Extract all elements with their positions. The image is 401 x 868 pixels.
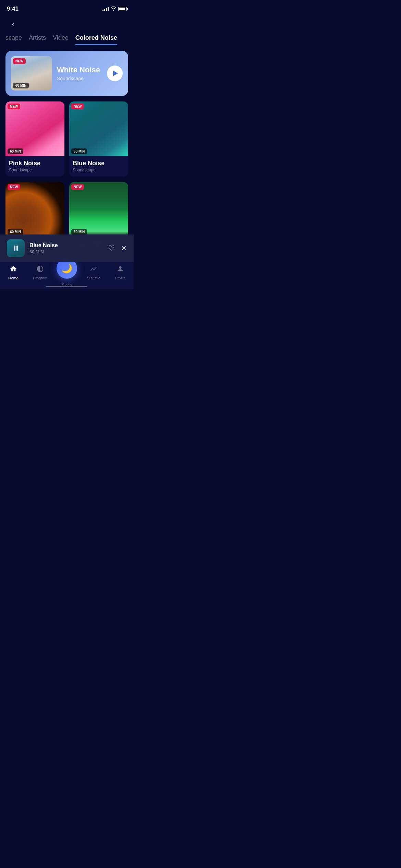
now-playing-actions: ♡ ✕: [108, 244, 127, 253]
nav-program[interactable]: Program: [27, 265, 53, 280]
tab-colored-noise[interactable]: Colored Noise: [75, 34, 117, 45]
header: ‹: [0, 16, 134, 30]
play-arrow-icon: [113, 71, 118, 76]
profile-icon: [117, 265, 124, 275]
back-button[interactable]: ‹: [7, 18, 19, 30]
wifi-icon: [111, 7, 116, 12]
featured-subtitle: Soundscape: [57, 76, 102, 81]
tabs-container: scape Artists Video Colored Noise: [0, 30, 134, 45]
pink-noise-title: Pink Noise: [9, 160, 61, 167]
brown-duration-badge: 60 MIN: [8, 229, 23, 235]
profile-label: Profile: [115, 276, 125, 280]
blue-noise-thumbnail: NEW 60 MIN: [69, 101, 128, 156]
status-icons: [102, 7, 127, 12]
nav-profile[interactable]: Profile: [107, 265, 134, 280]
featured-card-white-noise[interactable]: NEW 60 MIN White Noise Soundscape: [5, 51, 128, 96]
new-badge-brown: NEW: [8, 184, 20, 190]
blue-noise-subtitle: Soundscape: [73, 168, 125, 172]
home-indicator: [46, 286, 87, 287]
home-icon: [10, 265, 17, 275]
back-arrow-icon: ‹: [12, 20, 14, 28]
pink-noise-info: Pink Noise Soundscape: [5, 156, 64, 177]
content-area: NEW 60 MIN White Noise Soundscape NEW 60…: [0, 45, 134, 252]
nav-statistic[interactable]: Statistic: [80, 265, 107, 280]
close-button[interactable]: ✕: [121, 244, 127, 252]
new-badge-pink: NEW: [8, 104, 20, 109]
noise-grid: NEW 60 MIN Pink Noise Soundscape NEW 60 …: [5, 101, 128, 177]
featured-play-button[interactable]: [107, 65, 123, 81]
bottom-nav: Home Program 🌙 Sleep Statistic Profile: [0, 261, 134, 289]
now-playing-title: Blue Noise: [29, 242, 103, 249]
nav-sleep[interactable]: 🌙 Sleep: [53, 265, 80, 287]
green-noise-thumbnail: NEW 60 MIN: [69, 182, 128, 237]
now-playing-bar: Blue Noise 60 MIN ♡ ✕: [0, 234, 134, 262]
now-playing-duration: 60 MIN: [29, 249, 103, 254]
green-duration-badge: 60 MIN: [71, 229, 87, 235]
now-playing-info: Blue Noise 60 MIN: [29, 242, 103, 254]
grid-card-blue-noise[interactable]: NEW 60 MIN Blue Noise Soundscape: [69, 101, 128, 177]
battery-icon: [118, 7, 127, 11]
featured-info: White Noise Soundscape: [52, 65, 107, 81]
tab-scape[interactable]: scape: [5, 34, 22, 45]
featured-thumbnail: NEW 60 MIN: [11, 56, 52, 91]
program-label: Program: [33, 276, 47, 280]
program-icon: [36, 265, 44, 275]
brown-noise-thumbnail: NEW 60 MIN: [5, 182, 64, 237]
pink-noise-subtitle: Soundscape: [9, 168, 61, 172]
grid-card-pink-noise[interactable]: NEW 60 MIN Pink Noise Soundscape: [5, 101, 64, 177]
like-button[interactable]: ♡: [108, 244, 115, 253]
blue-noise-title: Blue Noise: [73, 160, 125, 167]
new-badge-green: NEW: [71, 184, 84, 190]
home-label: Home: [8, 276, 18, 280]
statistic-label: Statistic: [87, 276, 100, 280]
statistic-icon: [90, 265, 97, 275]
status-time: 9:41: [7, 5, 19, 12]
tab-artists[interactable]: Artists: [29, 34, 46, 45]
pink-duration-badge: 60 MIN: [8, 148, 23, 154]
tab-video[interactable]: Video: [53, 34, 69, 45]
new-badge-blue: NEW: [71, 104, 84, 109]
sleep-moon-icon: 🌙: [61, 263, 72, 274]
status-bar: 9:41: [0, 0, 134, 16]
blue-noise-info: Blue Noise Soundscape: [69, 156, 128, 177]
pink-noise-thumbnail: NEW 60 MIN: [5, 101, 64, 156]
pause-bar-left: [14, 245, 15, 251]
now-playing-thumbnail: [7, 239, 25, 257]
nav-home[interactable]: Home: [0, 265, 27, 280]
blue-duration-badge: 60 MIN: [71, 148, 87, 154]
pause-bar-right: [16, 245, 18, 251]
signal-icon: [102, 7, 109, 11]
pause-icon: [14, 245, 18, 251]
featured-title: White Noise: [57, 65, 102, 74]
new-badge-featured: NEW: [13, 58, 26, 64]
featured-duration-badge: 60 MIN: [13, 83, 29, 88]
